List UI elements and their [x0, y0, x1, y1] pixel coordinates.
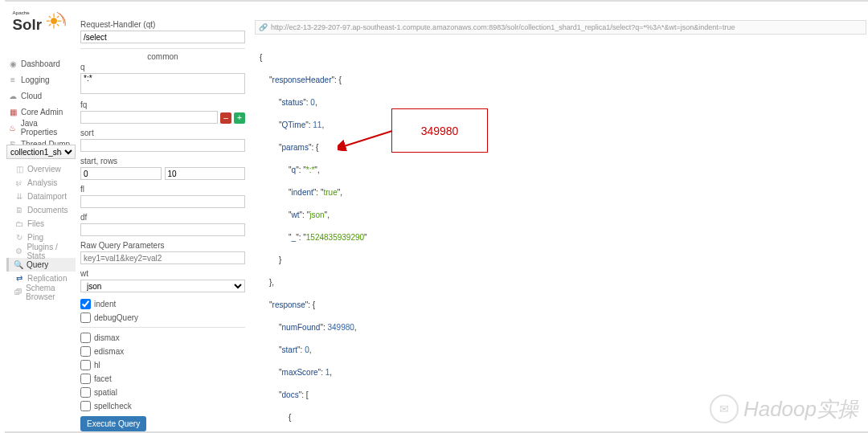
indent-checkbox[interactable]	[80, 299, 91, 309]
qt-input[interactable]	[80, 31, 245, 43]
documents-icon: 🗎	[14, 206, 24, 215]
fl-input[interactable]	[80, 195, 245, 208]
nav-label: Logging	[21, 76, 50, 84]
schema-icon: 🗊	[14, 288, 23, 297]
fq-input[interactable]	[80, 111, 218, 124]
hl-label: hl	[94, 361, 100, 370]
df-label: df	[80, 213, 245, 222]
facet-label: facet	[94, 374, 112, 383]
nav-java-props[interactable]: ♨Java Properties	[6, 121, 76, 135]
edismax-checkbox[interactable]	[80, 346, 91, 357]
spellcheck-label: spellcheck	[94, 402, 132, 411]
core-nav: ◫Overview 🝳Analysis ⇊Dataimport 🗎Documen…	[6, 162, 76, 299]
result-url: http://ec2-13-229-207-97.ap-southeast-1.…	[271, 23, 735, 31]
nav-label: Core Admin	[21, 108, 63, 116]
spellcheck-checkbox[interactable]	[80, 401, 91, 411]
coreadmin-icon: ▦	[8, 107, 18, 116]
qt-label: Request-Handler (qt)	[80, 20, 245, 29]
nav-label: Documents	[27, 206, 68, 214]
nav-label: Files	[27, 219, 44, 228]
start-input[interactable]	[80, 167, 162, 180]
nav-label: Analysis	[27, 178, 57, 187]
wechat-icon: ✉	[710, 394, 739, 423]
fq-remove-button[interactable]: –	[220, 112, 231, 124]
spatial-checkbox[interactable]	[80, 387, 91, 398]
wt-select[interactable]: json	[80, 280, 245, 292]
dataimport-icon: ⇊	[14, 192, 24, 202]
core-documents[interactable]: 🗎Documents	[6, 203, 76, 217]
plugins-icon: ⚙	[14, 247, 23, 256]
wt-label: wt	[80, 269, 245, 278]
core-selector[interactable]: collection1_sha...	[6, 145, 76, 159]
svg-text:Apache: Apache	[13, 10, 31, 15]
spatial-label: spatial	[94, 388, 117, 397]
json-response: { "responseHeader": { "status": 0, "QTim…	[255, 39, 866, 433]
svg-line-10	[57, 16, 59, 18]
query-form: Request-Handler (qt) common q *:* fq – +…	[80, 20, 245, 431]
analysis-icon: 🝳	[14, 178, 24, 188]
link-icon: 🔗	[259, 23, 268, 31]
core-schema[interactable]: 🗊Schema Browser	[6, 285, 76, 299]
files-icon: 🗀	[14, 219, 24, 229]
core-overview[interactable]: ◫Overview	[6, 162, 76, 176]
main-nav: ◉Dashboard ≡Logging ☁Cloud ▦Core Admin ♨…	[6, 56, 76, 153]
svg-line-8	[57, 24, 59, 26]
fq-add-button[interactable]: +	[234, 112, 245, 124]
facet-checkbox[interactable]	[80, 374, 91, 384]
core-plugins[interactable]: ⚙Plugins / Stats	[6, 244, 76, 258]
hl-checkbox[interactable]	[80, 360, 91, 370]
edismax-label: edismax	[94, 347, 124, 356]
cloud-icon: ☁	[8, 91, 18, 100]
rows-input[interactable]	[165, 167, 246, 180]
nav-label: Query	[27, 260, 48, 269]
execute-query-button[interactable]: Execute Query	[80, 416, 146, 431]
watermark-text: Hadoop实操	[743, 395, 858, 423]
debugquery-checkbox[interactable]	[80, 312, 91, 323]
q-input[interactable]: *:*	[80, 73, 245, 94]
core-files[interactable]: 🗀Files	[6, 217, 76, 231]
result-panel: 🔗http://ec2-13-229-207-97.ap-southeast-1…	[255, 20, 866, 433]
indent-label: indent	[94, 300, 116, 308]
svg-line-7	[49, 16, 51, 18]
dismax-label: dismax	[94, 333, 120, 342]
nav-label: Cloud	[21, 92, 42, 100]
svg-point-2	[51, 18, 57, 24]
logging-icon: ≡	[8, 75, 18, 84]
ping-icon: ↻	[14, 233, 24, 243]
svg-line-9	[49, 24, 51, 26]
java-icon: ♨	[8, 123, 18, 133]
dashboard-icon: ◉	[8, 59, 18, 68]
nav-logging[interactable]: ≡Logging	[6, 72, 76, 87]
raw-input[interactable]	[80, 251, 245, 264]
nav-label: Schema Browser	[26, 284, 76, 301]
core-query[interactable]: 🔍Query	[6, 258, 76, 272]
result-url-bar[interactable]: 🔗http://ec2-13-229-207-97.ap-southeast-1…	[255, 20, 866, 35]
fq-label: fq	[80, 100, 245, 109]
query-icon: 🔍	[14, 260, 23, 270]
core-select[interactable]: collection1_sha...	[6, 145, 76, 159]
fl-label: fl	[80, 185, 245, 194]
sort-label: sort	[80, 129, 245, 137]
svg-text:Solr: Solr	[13, 16, 42, 33]
start-rows-label: start, rows	[80, 157, 245, 165]
debugquery-label: debugQuery	[94, 313, 138, 322]
raw-label: Raw Query Parameters	[80, 241, 245, 250]
overview-icon: ◫	[14, 165, 24, 174]
dismax-checkbox[interactable]	[80, 333, 91, 343]
df-input[interactable]	[80, 223, 245, 236]
watermark: ✉ Hadoop实操	[710, 394, 858, 423]
nav-core-admin[interactable]: ▦Core Admin	[6, 104, 76, 119]
nav-label: Overview	[27, 165, 61, 174]
nav-label: Ping	[27, 233, 43, 242]
nav-label: Plugins / Stats	[27, 243, 76, 260]
q-label: q	[80, 63, 245, 71]
nav-label: Dataimport	[27, 192, 67, 201]
nav-dashboard[interactable]: ◉Dashboard	[6, 56, 76, 71]
core-analysis[interactable]: 🝳Analysis	[6, 176, 76, 190]
core-dataimport[interactable]: ⇊Dataimport	[6, 190, 76, 203]
common-label: common	[80, 52, 245, 61]
solr-logo: Apache Solr	[11, 8, 74, 42]
replication-icon: ⇄	[14, 274, 24, 284]
nav-cloud[interactable]: ☁Cloud	[6, 88, 76, 103]
sort-input[interactable]	[80, 139, 245, 152]
